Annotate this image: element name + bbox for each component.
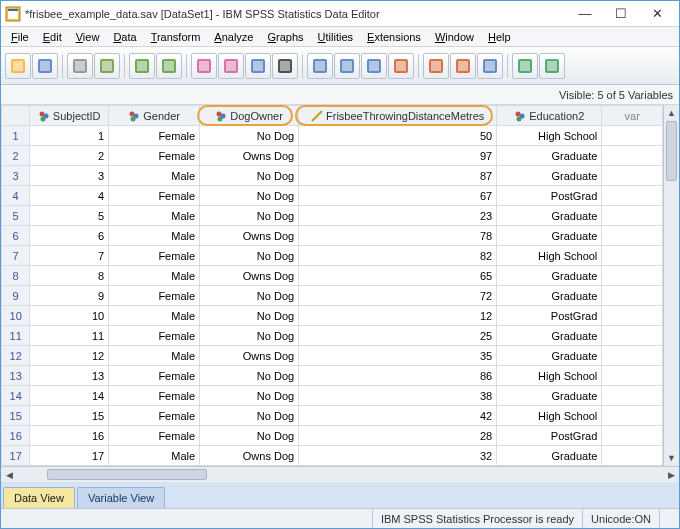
toolbar-save-button[interactable] — [32, 53, 58, 79]
row-header[interactable]: 15 — [2, 406, 30, 426]
cell[interactable]: 14 — [30, 386, 109, 406]
cell[interactable]: Owns Dog — [200, 146, 299, 166]
cell-empty[interactable] — [602, 266, 663, 286]
cell[interactable]: 97 — [299, 146, 497, 166]
cell-empty[interactable] — [602, 386, 663, 406]
toolbar-insert-case-button[interactable] — [307, 53, 333, 79]
cell[interactable]: 87 — [299, 166, 497, 186]
vertical-scrollbar[interactable]: ▲ ▼ — [663, 105, 679, 466]
cell[interactable]: No Dog — [200, 286, 299, 306]
scroll-thumb[interactable] — [666, 121, 677, 181]
table-row[interactable]: 66MaleOwns Dog78Graduate — [2, 226, 663, 246]
cell[interactable]: No Dog — [200, 306, 299, 326]
row-header[interactable]: 2 — [2, 146, 30, 166]
table-row[interactable]: 1717MaleOwns Dog32Graduate — [2, 446, 663, 466]
cell[interactable]: 5 — [30, 206, 109, 226]
cell[interactable]: 2 — [30, 146, 109, 166]
cell[interactable]: 27 — [299, 466, 497, 467]
cell[interactable]: No Dog — [200, 326, 299, 346]
cell[interactable]: 9 — [30, 286, 109, 306]
cell[interactable]: 35 — [299, 346, 497, 366]
cell[interactable]: 11 — [30, 326, 109, 346]
menu-analyze[interactable]: Analyze — [208, 29, 259, 45]
row-header[interactable]: 7 — [2, 246, 30, 266]
cell[interactable]: Female — [109, 126, 200, 146]
cell[interactable]: Owns Dog — [200, 266, 299, 286]
toolbar-redo-button[interactable] — [156, 53, 182, 79]
toolbar-undo-button[interactable] — [129, 53, 155, 79]
cell-empty[interactable] — [602, 186, 663, 206]
cell[interactable]: 28 — [299, 426, 497, 446]
menu-help[interactable]: Help — [482, 29, 517, 45]
cell[interactable]: 16 — [30, 426, 109, 446]
data-grid[interactable]: SubjectIDGenderDogOwnerFrisbeeThrowingDi… — [1, 105, 663, 466]
cell[interactable]: Graduate — [497, 466, 602, 467]
cell[interactable]: No Dog — [200, 386, 299, 406]
row-header[interactable]: 9 — [2, 286, 30, 306]
toolbar-weight-button[interactable] — [388, 53, 414, 79]
cell[interactable]: Male — [109, 306, 200, 326]
scroll-track[interactable] — [664, 121, 679, 450]
cell[interactable]: 17 — [30, 446, 109, 466]
table-row[interactable]: 33MaleNo Dog87Graduate — [2, 166, 663, 186]
cell[interactable]: Graduate — [497, 326, 602, 346]
column-header-FrisbeeThrowingDistanceMetres[interactable]: FrisbeeThrowingDistanceMetres — [299, 106, 497, 126]
scroll-right-icon[interactable]: ▶ — [663, 467, 679, 482]
toolbar-print-button[interactable] — [67, 53, 93, 79]
cell-empty[interactable] — [602, 166, 663, 186]
table-row[interactable]: 22FemaleOwns Dog97Graduate — [2, 146, 663, 166]
cell[interactable]: No Dog — [200, 186, 299, 206]
cell[interactable]: No Dog — [200, 426, 299, 446]
row-header[interactable]: 10 — [2, 306, 30, 326]
table-row[interactable]: 1212MaleOwns Dog35Graduate — [2, 346, 663, 366]
cell[interactable]: No Dog — [200, 166, 299, 186]
cell[interactable]: 65 — [299, 266, 497, 286]
cell-empty[interactable] — [602, 446, 663, 466]
cell[interactable]: Male — [109, 226, 200, 246]
scroll-up-icon[interactable]: ▲ — [664, 105, 679, 121]
cell[interactable]: 6 — [30, 226, 109, 246]
menu-edit[interactable]: Edit — [37, 29, 68, 45]
cell[interactable]: Graduate — [497, 266, 602, 286]
toolbar-spellcheck-button[interactable] — [512, 53, 538, 79]
menu-extensions[interactable]: Extensions — [361, 29, 427, 45]
cell[interactable]: Female — [109, 426, 200, 446]
toolbar-value-labels-button[interactable] — [450, 53, 476, 79]
row-header[interactable]: 3 — [2, 166, 30, 186]
hscroll-thumb[interactable] — [47, 469, 207, 480]
menu-data[interactable]: Data — [107, 29, 142, 45]
cell[interactable]: Graduate — [497, 286, 602, 306]
cell[interactable]: Female — [109, 406, 200, 426]
cell[interactable]: PostGrad — [497, 426, 602, 446]
cell[interactable]: No Dog — [200, 126, 299, 146]
menu-graphs[interactable]: Graphs — [261, 29, 309, 45]
cell[interactable]: Graduate — [497, 206, 602, 226]
row-header[interactable]: 4 — [2, 186, 30, 206]
cell[interactable]: Female — [109, 286, 200, 306]
cell[interactable]: No Dog — [200, 246, 299, 266]
cell[interactable]: Graduate — [497, 386, 602, 406]
row-header[interactable]: 14 — [2, 386, 30, 406]
cell[interactable]: High School — [497, 406, 602, 426]
cell-empty[interactable] — [602, 466, 663, 467]
cell-empty[interactable] — [602, 346, 663, 366]
row-header[interactable]: 6 — [2, 226, 30, 246]
cell[interactable]: Male — [109, 266, 200, 286]
maximize-button[interactable]: ☐ — [603, 2, 639, 26]
table-row[interactable]: 77FemaleNo Dog82High School — [2, 246, 663, 266]
menu-view[interactable]: View — [70, 29, 106, 45]
cell[interactable]: Owns Dog — [200, 346, 299, 366]
cell[interactable]: 25 — [299, 326, 497, 346]
cell-empty[interactable] — [602, 306, 663, 326]
cell[interactable]: Male — [109, 166, 200, 186]
cell[interactable]: Female — [109, 186, 200, 206]
cell[interactable]: 10 — [30, 306, 109, 326]
cell[interactable]: Male — [109, 446, 200, 466]
toolbar-find-button[interactable] — [272, 53, 298, 79]
row-header[interactable]: 16 — [2, 426, 30, 446]
table-row[interactable]: 1010MaleNo Dog12PostGrad — [2, 306, 663, 326]
cell[interactable]: 8 — [30, 266, 109, 286]
cell-empty[interactable] — [602, 246, 663, 266]
cell-empty[interactable] — [602, 366, 663, 386]
cell[interactable]: Male — [109, 346, 200, 366]
